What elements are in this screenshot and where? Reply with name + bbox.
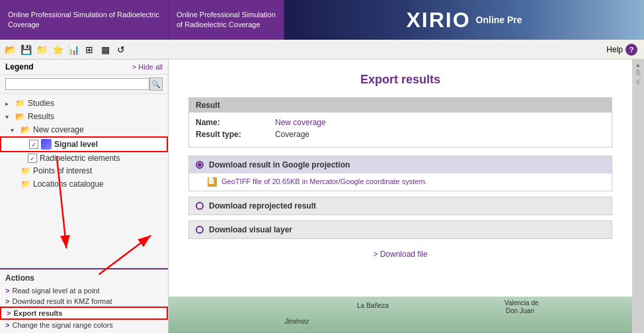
toolbar-table-icon[interactable]: ▦ — [98, 42, 112, 57]
search-button[interactable]: 🔍 — [149, 77, 163, 91]
folder-icon: 📂 — [15, 111, 25, 122]
action-label-change-signal: Change the signal range colors — [12, 321, 112, 329]
help-button[interactable]: Help ? — [606, 44, 644, 56]
download-google-body: 📄 GeoTIFF file of 20.65KB in Mercator/Go… — [189, 173, 612, 191]
expand-icon — [11, 181, 19, 188]
map-label-jimenez: Jiménez — [284, 318, 309, 325]
tree: ▸ 📁 Studies ▾ 📂 Results ▾ 📂 New coverage… — [0, 94, 168, 268]
download-file-row: > Download file — [188, 250, 612, 259]
geotiff-link[interactable]: GeoTIFF file of 20.65KB in Mercator/Goog… — [221, 177, 427, 185]
download-reprojected-header[interactable]: Download reprojected result — [189, 197, 612, 214]
tree-item-points[interactable]: 📁 Points of interest — [0, 164, 168, 177]
right-strip-text2: Vi — [635, 79, 641, 85]
expand-icon: ▸ — [5, 100, 13, 107]
action-export-results[interactable]: > Export results — [0, 307, 168, 320]
hide-all-link[interactable]: > Hide all — [132, 63, 163, 71]
actions-section: Actions > Read signal level at a point >… — [0, 268, 168, 333]
checkbox-signal[interactable]: ✓ — [29, 140, 38, 149]
toolbar-open-icon[interactable]: 📂 — [3, 42, 17, 57]
checkbox-radioelectric[interactable]: ✓ — [28, 154, 37, 163]
toolbar-refresh-icon[interactable]: ↺ — [114, 42, 128, 57]
folder-icon: 📁 — [20, 166, 30, 176]
result-section: Result Name: New coverage Result type: C… — [188, 97, 612, 148]
sidebar: Legend > Hide all 🔍 ▸ 📁 Studies ▾ 📂 Resu… — [0, 60, 169, 333]
folder-icon: 📂 — [20, 124, 30, 135]
header-center-title: Online Professional Simulation of Radioe… — [169, 0, 284, 40]
tree-label-studies: Studies — [28, 99, 54, 108]
radio-google[interactable] — [196, 161, 204, 169]
radio-visual[interactable] — [196, 226, 204, 234]
header-logo: XIRIO Online Pre — [284, 0, 644, 40]
logo-xirio: XIRIO — [406, 8, 470, 32]
download-visual-header[interactable]: Download visual layer — [189, 221, 612, 238]
arrow-icon: > — [5, 297, 9, 305]
content-panel: Export results Result Name: New coverage… — [169, 60, 632, 333]
action-read-signal[interactable]: > Read signal level at a point — [0, 285, 168, 296]
search-input[interactable] — [5, 78, 149, 90]
tree-item-new-coverage[interactable]: ▾ 📂 New coverage — [0, 123, 168, 136]
tree-label-points: Points of interest — [33, 166, 92, 175]
center-title-text: Online Professional Simulation of Radioe… — [177, 10, 276, 30]
result-type-row: Result type: Coverage — [196, 130, 605, 139]
radio-reprojected[interactable] — [196, 202, 204, 210]
tree-item-locations[interactable]: 📁 Locations catalogue — [0, 177, 168, 191]
download-reprojected-label: Download reprojected result — [209, 201, 316, 211]
expand-icon — [11, 167, 19, 175]
toolbar-star-icon[interactable]: ⭐ — [50, 42, 65, 57]
signal-level-icon — [41, 139, 52, 150]
toolbar-area: 📂 💾 📁 ⭐ 📊 ⊞ ▦ ↺ Help ? — [0, 40, 644, 60]
map-area: La Bañeza Valencia de Don Juan Jiménez — [169, 297, 632, 333]
download-file-link[interactable]: > Download file — [373, 250, 427, 259]
tree-label-results: Results — [28, 112, 54, 121]
content-title: Export results — [188, 73, 612, 87]
left-title-text: Online Professional Simulation of Radioe… — [8, 10, 160, 30]
tree-item-results[interactable]: ▾ 📂 Results — [0, 110, 168, 123]
tree-item-studies[interactable]: ▸ 📁 Studies — [0, 97, 168, 110]
logo-online-pre: Online Pre — [476, 15, 522, 25]
tree-label-signal-level: Signal level — [54, 140, 98, 149]
action-change-signal[interactable]: > Change the signal range colors — [0, 320, 168, 330]
result-type-label: Result type: — [196, 130, 275, 139]
download-google-header[interactable]: Download result in Google projection — [189, 156, 612, 173]
right-strip: ▲ eli Vi — [632, 60, 644, 333]
expand-icon — [20, 141, 28, 148]
toolbar-chart-icon[interactable]: 📊 — [66, 42, 81, 57]
action-label-download-kmz: Download result in KMZ format — [12, 297, 112, 305]
result-section-header: Result — [189, 98, 612, 113]
name-value: New coverage — [275, 118, 326, 127]
header-left-title: Online Professional Simulation of Radioe… — [0, 0, 169, 40]
right-strip-indicator: ▲ — [635, 62, 641, 68]
expand-icon: ▾ — [5, 113, 13, 120]
toolbar-folder-icon[interactable]: 📁 — [34, 42, 49, 57]
action-download-kmz[interactable]: > Download result in KMZ format — [0, 296, 168, 307]
name-label: Name: — [196, 118, 275, 127]
download-option-visual: Download visual layer — [188, 220, 612, 239]
help-icon: ? — [625, 44, 637, 56]
tree-item-signal-level[interactable]: ✓ Signal level — [0, 136, 168, 152]
expand-icon — [19, 155, 26, 162]
download-option-google: Download result in Google projection 📄 G… — [188, 156, 612, 191]
action-label-read-signal: Read signal level at a point — [12, 287, 99, 295]
legend-header: Legend > Hide all — [0, 60, 168, 75]
main-area: Legend > Hide all 🔍 ▸ 📁 Studies ▾ 📂 Resu… — [0, 60, 644, 333]
top-header: Online Professional Simulation of Radioe… — [0, 0, 644, 40]
legend-title: Legend — [5, 62, 34, 71]
map-label-labañeza: La Bañeza — [357, 302, 389, 309]
tree-item-radioelectric[interactable]: ✓ Radioelectric elements — [0, 152, 168, 164]
map-label-valencia: Valencia de — [504, 299, 539, 307]
right-strip-text1: eli — [635, 70, 641, 75]
name-row: Name: New coverage — [196, 118, 605, 127]
search-box: 🔍 — [0, 75, 168, 94]
result-section-body: Name: New coverage Result type: Coverage — [189, 113, 612, 147]
download-visual-label: Download visual layer — [209, 225, 292, 234]
toolbar-grid-icon[interactable]: ⊞ — [82, 42, 97, 57]
download-google-label: Download result in Google projection — [209, 160, 350, 169]
tree-label-new-coverage: New coverage — [33, 125, 84, 134]
map-label-donjuan: Don Juan — [506, 307, 534, 314]
arrow-icon: > — [5, 287, 9, 295]
help-label: Help — [606, 45, 623, 54]
folder-icon: 📁 — [20, 179, 30, 189]
tree-label-locations: Locations catalogue — [33, 179, 104, 189]
toolbar-save-icon[interactable]: 💾 — [19, 42, 33, 57]
arrow-icon: > — [5, 321, 9, 329]
